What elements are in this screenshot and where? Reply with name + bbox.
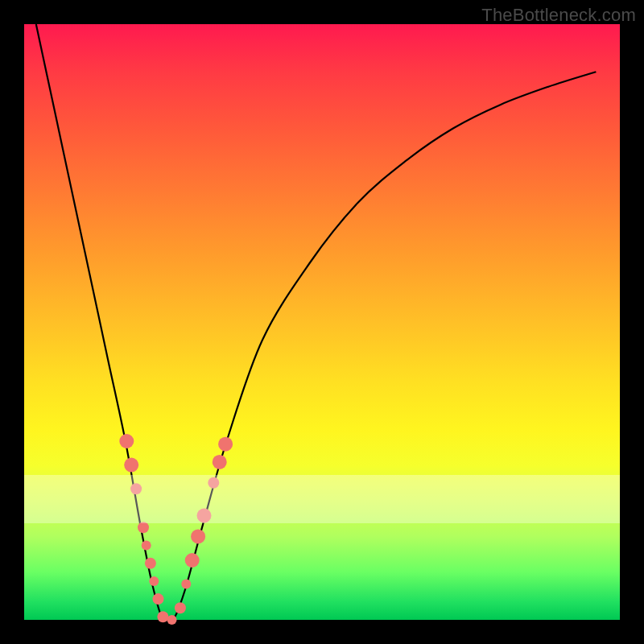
data-dot bbox=[197, 509, 212, 523]
chart-frame: TheBottleneck.com bbox=[0, 0, 644, 644]
v-curve-line bbox=[36, 24, 597, 624]
data-dot bbox=[119, 434, 134, 448]
data-dot bbox=[138, 522, 149, 533]
data-dot bbox=[175, 602, 186, 613]
data-dot bbox=[142, 541, 151, 551]
data-dot bbox=[157, 611, 168, 622]
data-dot bbox=[167, 615, 177, 625]
data-dot bbox=[213, 455, 227, 469]
data-dot bbox=[191, 529, 205, 543]
data-dot bbox=[149, 576, 159, 586]
data-dot bbox=[218, 437, 233, 452]
chart-svg bbox=[24, 24, 620, 620]
data-dot bbox=[145, 558, 156, 569]
data-dot bbox=[124, 458, 138, 473]
highlight-dots bbox=[119, 434, 233, 625]
plot-area bbox=[24, 24, 620, 620]
data-dot bbox=[208, 477, 219, 489]
data-dot bbox=[130, 483, 142, 494]
watermark-text: TheBottleneck.com bbox=[481, 5, 636, 26]
data-dot bbox=[185, 553, 200, 568]
data-dot bbox=[181, 580, 191, 589]
data-dot bbox=[153, 593, 164, 605]
